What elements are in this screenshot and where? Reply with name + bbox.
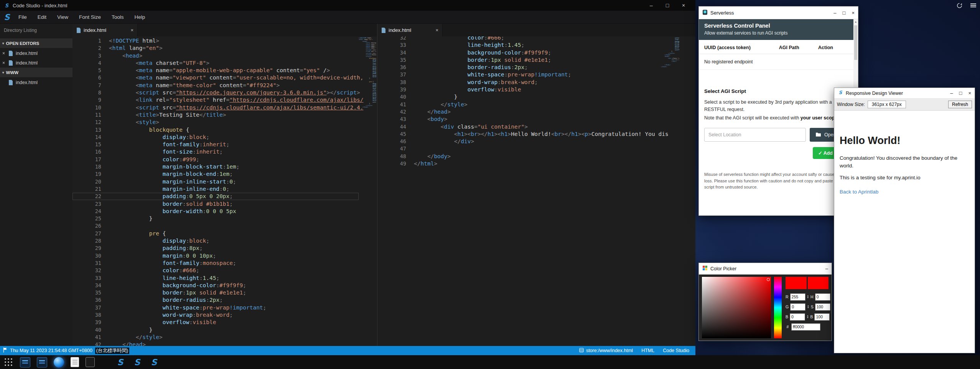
status-language[interactable]: HTML <box>641 348 654 353</box>
app-device-icon[interactable] <box>86 357 95 367</box>
tab-label: index.html <box>84 27 106 33</box>
sidebar-item-index-html[interactable]: ×index.html <box>0 58 72 68</box>
close-icon[interactable]: × <box>852 10 855 16</box>
minimize-icon[interactable]: – <box>833 10 836 16</box>
serverless-titlebar[interactable]: Serverless – □ × <box>699 7 858 19</box>
h-input[interactable] <box>815 293 830 301</box>
s-input[interactable] <box>815 303 830 311</box>
minimize-icon[interactable]: – <box>643 2 659 8</box>
close-icon[interactable]: × <box>2 60 8 66</box>
minimap[interactable]: <!DOCTYPE html><html lang="en"> <head> <… <box>359 37 376 346</box>
menu-bar-items: FileEditViewFont SizeToolsHelp <box>13 11 150 24</box>
menu-font-size[interactable]: Font Size <box>74 11 106 24</box>
serverless-header: Serverless Control Panel Allow external … <box>699 19 853 40</box>
hex-input[interactable] <box>791 323 820 331</box>
code-studio-logo-icon: S <box>4 3 10 8</box>
tab-bar-left: index.html × <box>72 24 377 36</box>
close-icon[interactable]: × <box>675 2 692 8</box>
tab-index-html[interactable]: index.html × <box>377 24 443 36</box>
minimize-icon[interactable]: – <box>950 90 953 96</box>
app-files-icon[interactable] <box>71 357 79 367</box>
serverless-header-subtitle: Allow external services to run AGI scrip… <box>704 30 848 36</box>
html-file-icon <box>8 60 14 66</box>
start-menu-icon[interactable] <box>3 357 13 367</box>
tab-index-html[interactable]: index.html × <box>72 24 138 36</box>
sidebar-item-index-html[interactable]: ×index.html <box>0 48 72 58</box>
html-file-icon <box>8 51 14 56</box>
table-header-agi-path: AGI Path <box>779 45 818 50</box>
status-bar: Thu May 11 2023 21:54:48 GMT+0800 (台北標準時… <box>0 346 695 355</box>
menu-edit[interactable]: Edit <box>32 11 52 24</box>
svg-text:S: S <box>839 90 843 95</box>
r-input[interactable] <box>790 293 805 301</box>
menu-view[interactable]: View <box>52 11 74 24</box>
refresh-button[interactable]: Refresh <box>948 101 972 108</box>
color-picker-content: R ▲▼ H G ▲▼ S B ▲▼ B <box>699 275 832 341</box>
back-to-aprintlab-link[interactable]: Back to Aprintlab <box>840 189 878 195</box>
rdv-titlebar[interactable]: S Responsive Design Viewer – □ × <box>834 88 975 99</box>
tab-close-icon[interactable]: × <box>435 27 438 33</box>
minimize-icon[interactable]: – <box>825 266 828 271</box>
code-area[interactable]: 1<!DOCTYPE html>2<html lang="en">3 <head… <box>72 36 377 346</box>
sidebar-item-index-html[interactable]: index.html <box>0 78 72 87</box>
g-input[interactable] <box>790 303 805 311</box>
stepper-icon[interactable]: ▲▼ <box>807 295 809 299</box>
select-agi-script-title: Select AGI Script <box>704 88 848 94</box>
tab-close-icon[interactable]: × <box>130 27 133 33</box>
hex-label: # <box>786 324 790 329</box>
color-cursor[interactable] <box>767 278 770 281</box>
scrollbar-thumb[interactable] <box>854 25 857 60</box>
page-subtext: This is a testing site for my.aprint.io <box>840 175 969 180</box>
app-code-studio-2-icon[interactable]: S <box>132 357 142 367</box>
html-file-icon <box>76 28 82 33</box>
rgb-row-red: R ▲▼ H <box>786 292 828 302</box>
sidebar-section-open-editors[interactable]: ▾OPEN EDITORS <box>0 38 72 48</box>
hue-slider[interactable] <box>774 277 782 338</box>
page-paragraph: Congratulation! You discovered the bound… <box>840 154 966 170</box>
select-agi-note: Note that the AGI script will be execute… <box>704 114 838 122</box>
app-browser-icon[interactable] <box>54 357 64 367</box>
code-lines[interactable]: 1<!DOCTYPE html>2<html lang="en">3 <head… <box>72 37 377 346</box>
select-location-input[interactable] <box>704 128 806 142</box>
serverless-content: Serverless Control Panel Allow external … <box>699 19 853 215</box>
scroll-up-icon[interactable]: ▲ <box>853 19 858 23</box>
b-input[interactable] <box>790 313 805 321</box>
maximize-icon[interactable]: □ <box>843 10 846 16</box>
color-picker-window-title: Color Picker <box>710 266 736 271</box>
code-area[interactable]: 32 color:#666;33 line-height:1.45;34 bac… <box>377 36 695 346</box>
menu-file[interactable]: File <box>13 11 32 24</box>
endpoint-table-header: UUID (access token)AGI PathAction <box>699 40 853 54</box>
serverless-window-title: Serverless <box>710 10 734 16</box>
close-icon[interactable]: × <box>2 51 8 56</box>
editor-pane-right: index.html × 32 color:#666;33 line-heigh… <box>377 24 695 346</box>
stepper-icon[interactable]: ▲▼ <box>807 305 809 309</box>
serverless-header-title: Serverless Control Panel <box>704 23 848 29</box>
app-terminal-1-icon[interactable] <box>20 357 30 367</box>
menu-tools[interactable]: Tools <box>106 11 129 24</box>
status-file-path[interactable]: store:/www/index.html <box>579 348 633 354</box>
app-code-studio-1-icon[interactable]: S <box>115 357 125 367</box>
close-icon[interactable]: × <box>968 90 971 96</box>
sidebar-section-www[interactable]: ▾WWW <box>0 68 72 77</box>
svg-text:S: S <box>134 357 141 367</box>
brightness-input[interactable] <box>814 313 830 321</box>
maximize-icon[interactable]: □ <box>959 90 962 96</box>
color-picker-titlebar[interactable]: Color Picker – <box>699 263 832 275</box>
stepper-icon[interactable]: ▲▼ <box>807 315 809 319</box>
saturation-value-field[interactable] <box>702 277 771 338</box>
main-titlebar[interactable]: S Code Studio - index.html – □ × <box>0 0 695 11</box>
desktop-menu-icon[interactable] <box>969 2 977 9</box>
responsive-design-viewer-window: S Responsive Design Viewer – □ × Window … <box>834 88 975 353</box>
menu-help[interactable]: Help <box>129 11 151 24</box>
status-timezone: (台北標準時間) <box>95 347 129 354</box>
code-lines[interactable]: 32 color:#666;33 line-height:1.45;34 bac… <box>377 36 695 167</box>
minimap[interactable]: color:#666; line-height:1.45; background… <box>661 37 679 346</box>
app-code-studio-3-icon[interactable]: S <box>149 357 159 367</box>
desktop-refresh-icon[interactable] <box>955 2 963 9</box>
brightness-label: B <box>810 314 813 319</box>
h-label: H <box>810 295 814 299</box>
code-studio-logo-icon: S <box>2 13 12 22</box>
app-terminal-2-icon[interactable] <box>37 357 47 367</box>
status-app[interactable]: Code Studio <box>663 348 689 353</box>
maximize-icon[interactable]: □ <box>659 2 675 8</box>
